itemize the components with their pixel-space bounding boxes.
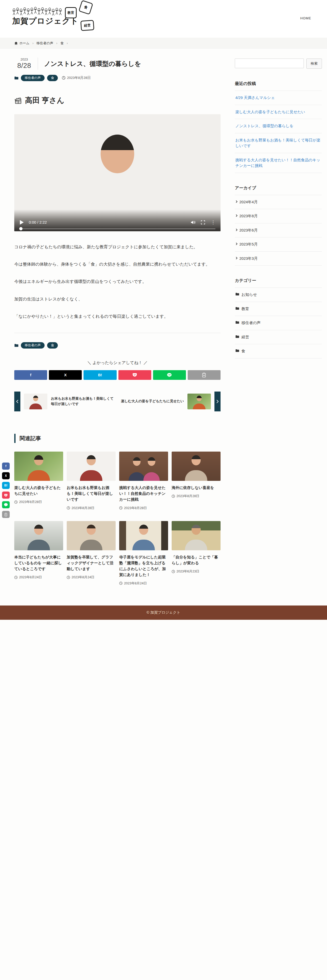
home-icon [14, 41, 18, 45]
share-line-button[interactable] [153, 370, 186, 380]
search-input[interactable] [235, 59, 304, 68]
prev-post-link[interactable]: お米もお水も野菜もお酒も！美味しくて毎日が楽しいです [14, 391, 117, 411]
paragraph: コロナ禍の子どもたちの環境に悩み、新たな教育プロジェクトに参加したくて加賀に来ま… [14, 243, 220, 250]
logo-puzzle-food: 食 [78, 0, 93, 15]
site-footer: © 加賀プロジェクト [0, 606, 327, 620]
list-item: 経営 [235, 330, 322, 344]
post-header: 2023 8/28 ノンストレス、循環型の暮らしを [14, 57, 220, 70]
recent-post-link[interactable]: お米もお水も野菜もお酒も！美味しくて毎日が楽しいです [235, 133, 322, 153]
categories-heading: カテゴリー [235, 278, 322, 288]
next-post-title: 楽しむ大人の姿を子どもたちに見せたい [121, 399, 184, 404]
list-item: 2023年3月 [235, 251, 322, 266]
related-post-thumbnail [67, 452, 116, 481]
archive-link[interactable]: 2023年6月 [235, 223, 322, 237]
nav-home-link[interactable]: HOME [300, 16, 311, 20]
sidebar: 検索 最近の投稿 4/29 天満さんマルシェ 楽しむ大人の姿を子どもたちに見せた… [235, 57, 322, 585]
share-pocket-button[interactable] [118, 370, 151, 380]
related-heading: 関連記事 [14, 434, 220, 443]
breadcrumb-subcategory-link[interactable]: 食 [61, 41, 64, 46]
category-link[interactable]: 食 [235, 344, 322, 358]
related-post-card[interactable]: 挑戦する大人の姿を見せたい！！自然食品のキッチンカーに挑戦 2023年8月28日 [119, 452, 168, 510]
chevron-right-icon [235, 243, 238, 245]
share-button-row: f X B! [14, 370, 220, 380]
related-post-card[interactable]: 「自分を知る」ことで「暮らし」が変わる 2023年6月23日 [172, 521, 220, 585]
clock-icon [67, 576, 70, 579]
video-person-silhouette [100, 135, 134, 173]
breadcrumb-category-link[interactable]: 移住者の声 [37, 41, 53, 46]
related-post-card[interactable]: 寺子屋をモデルにした起業塾「瀧澤塾」を立ち上げるにふさわしいところが、加賀にあり… [119, 521, 168, 585]
person-heading: 高田 亨さん [14, 95, 220, 106]
breadcrumb-home-link[interactable]: ホーム [14, 41, 30, 46]
category-link[interactable]: 経営 [235, 330, 322, 344]
category-link[interactable]: 移住者の声 [235, 316, 322, 330]
site-logo-link[interactable]: 加賀プロジェクト 教育 食 経営 [5, 0, 99, 36]
share-hatena-button[interactable]: B! [83, 370, 116, 380]
list-item: 2023年8月 [235, 209, 322, 223]
tag-pill-food[interactable]: 食 [47, 342, 58, 348]
related-post-card[interactable]: お米もお水も野菜もお酒も！美味しくて毎日が楽しいです 2023年8月28日 [67, 452, 116, 510]
folder-icon [14, 344, 18, 347]
share-copy-button[interactable] [188, 370, 220, 380]
related-post-card[interactable]: 海外に依存しない畜産を 2023年8月28日 [172, 452, 220, 510]
category-pill-voice[interactable]: 移住者の声 [21, 75, 45, 81]
related-grid: 楽しむ大人の姿を子どもたちに見せたい 2023年8月28日 お米もお水も野菜もお… [14, 452, 220, 585]
share-x-button[interactable]: X [2, 472, 10, 479]
chevron-right-icon [235, 215, 238, 217]
hatena-icon: B! [98, 373, 102, 377]
share-copy-button[interactable] [2, 511, 10, 518]
related-section: 関連記事 楽しむ大人の姿を子どもたちに見せたい 2023年8月28日 [14, 434, 220, 585]
share-x-button[interactable]: X [49, 370, 82, 380]
archive-link[interactable]: 2023年3月 [235, 251, 322, 266]
line-icon [3, 503, 8, 507]
clock-icon [119, 582, 123, 585]
recent-post-link[interactable]: 4/29 天満さんマルシェ [235, 91, 322, 105]
archive-link[interactable]: 2023年5月 [235, 237, 322, 251]
prev-post-title: お米もお水も野菜もお酒も！美味しくて毎日が楽しいです [51, 396, 115, 407]
category-pill-food[interactable]: 食 [47, 75, 58, 81]
video-progress-knob[interactable] [19, 227, 23, 231]
prev-post-thumbnail [24, 394, 47, 409]
folder-icon [235, 321, 239, 324]
category-link[interactable]: 教育 [235, 302, 322, 316]
logo-puzzle-management: 経営 [80, 20, 94, 31]
video-progress-bar[interactable] [19, 229, 215, 229]
share-hatena-button[interactable]: B! [2, 482, 10, 489]
share-facebook-button[interactable]: f [14, 370, 47, 380]
share-heading: ＼ よかったらシェアしてね！ ／ [14, 360, 220, 366]
recent-post-link[interactable]: 挑戦する大人の姿を見せたい！！自然食品のキッチンカーに挑戦 [235, 153, 322, 173]
related-post-date: 2023年8月28日 [14, 500, 63, 504]
folder-icon [235, 335, 239, 338]
next-post-link[interactable]: 楽しむ大人の姿を子どもたちに見せたい [117, 391, 220, 411]
recent-post-link[interactable]: 楽しむ大人の姿を子どもたちに見せたい [235, 105, 322, 119]
search-button[interactable]: 検索 [306, 59, 322, 69]
volume-icon[interactable] [190, 220, 196, 225]
prev-arrow-icon [14, 391, 21, 411]
recent-post-link[interactable]: ノンストレス、循環型の暮らしを [235, 119, 322, 133]
main-layout: 2023 8/28 ノンストレス、循環型の暮らしを 移住者の声 食 2023年8… [0, 49, 327, 585]
related-post-card[interactable]: 本当に子どもたちが大事にしているものを 一緒に探しているところです 2023年8… [14, 521, 63, 585]
share-pocket-button[interactable] [2, 492, 10, 499]
related-post-card[interactable]: 加賀塾を卒業して、グラフィックデザイナーとして活動しています 2023年8月24… [67, 521, 116, 585]
list-item: お米もお水も野菜もお酒も！美味しくて毎日が楽しいです [235, 133, 322, 153]
share-line-button[interactable] [2, 501, 10, 508]
list-item: 挑戦する大人の姿を見せたい！！自然食品のキッチンカーに挑戦 [235, 153, 322, 173]
search-form: 検索 [235, 59, 322, 69]
x-icon: X [5, 474, 7, 477]
archive-link[interactable]: 2023年8月 [235, 209, 322, 223]
play-button[interactable] [20, 220, 24, 225]
pocket-icon [4, 493, 8, 497]
fullscreen-icon[interactable] [201, 220, 205, 225]
archive-link[interactable]: 2024年4月 [235, 195, 322, 209]
share-facebook-button[interactable]: f [2, 463, 10, 470]
related-post-card[interactable]: 楽しむ大人の姿を子どもたちに見せたい 2023年8月28日 [14, 452, 63, 510]
clipboard-icon [202, 372, 206, 377]
post-tags-row: 移住者の声 食 [14, 342, 220, 348]
video-player[interactable]: 0:00 / 2:22 ⋮ [14, 114, 220, 231]
category-link[interactable]: お知らせ [235, 288, 322, 302]
tag-pill-voice[interactable]: 移住者の声 [21, 342, 45, 348]
clock-icon [119, 506, 123, 509]
pocket-icon [132, 373, 137, 377]
video-menu-icon[interactable]: ⋮ [211, 220, 216, 225]
related-post-title: 加賀塾を卒業して、グラフィックデザイナーとして活動しています [67, 554, 116, 572]
breadcrumb-separator: › [56, 41, 57, 45]
